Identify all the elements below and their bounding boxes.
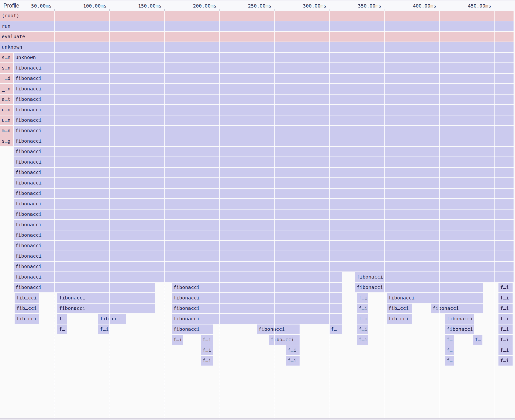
flame-frame[interactable]: fibonacci — [14, 199, 514, 209]
flame-frame[interactable]: fibonacci — [14, 136, 514, 146]
flame-frame[interactable]: fibonacci — [14, 283, 155, 292]
flame-frame[interactable]: fib…cci — [387, 314, 412, 324]
flame-frame[interactable]: s…n — [0, 53, 13, 62]
flame-frame[interactable]: fibonacci — [14, 147, 514, 157]
flame-frame[interactable]: f…i — [201, 345, 213, 355]
flame-frame[interactable]: f…i — [357, 335, 368, 345]
flame-frame[interactable]: fibonacci — [431, 304, 483, 313]
flame-frame[interactable]: fibonacci — [14, 63, 514, 73]
flame-frame[interactable]: f…i — [286, 345, 300, 355]
flame-frame[interactable]: fib…cci — [98, 314, 126, 324]
flame-frame[interactable]: f…i — [201, 335, 213, 345]
flame-frame[interactable]: fib…cci — [15, 304, 39, 313]
flame-frame[interactable]: f… — [445, 335, 454, 345]
flame-frame[interactable]: fibonacci — [14, 272, 342, 282]
flame-frame[interactable]: fibonacci — [172, 283, 342, 292]
tab-profile[interactable]: Profile — [3, 1, 19, 11]
flame-frame[interactable]: fibo…cci — [269, 335, 300, 345]
flame-frame[interactable]: fibonacci — [14, 251, 514, 261]
flame-frame[interactable]: (root) — [0, 11, 514, 21]
flame-frame[interactable]: fibonacci — [14, 189, 514, 198]
flame-frame[interactable]: fibonacci — [14, 115, 514, 125]
flame-frame[interactable]: f… — [445, 356, 454, 366]
flame-frame[interactable]: fibonacci — [14, 262, 514, 271]
flame-frame[interactable]: f…i — [498, 324, 513, 334]
flame-frame[interactable]: f…i — [498, 345, 513, 355]
flame-frame[interactable]: f…i — [498, 314, 513, 324]
flame-frame[interactable]: fibonacci — [257, 324, 300, 334]
frame-label: _…d — [2, 75, 10, 81]
flame-frame[interactable]: unknown — [0, 42, 514, 52]
flame-frame[interactable]: u…n — [0, 115, 13, 125]
flame-frame[interactable]: f… — [445, 345, 454, 355]
flame-frame[interactable]: fibonacci — [14, 74, 514, 83]
flame-frame[interactable]: m…n — [0, 126, 13, 136]
flame-frame[interactable]: u…n — [0, 105, 13, 115]
frame-label: f…i — [203, 358, 211, 363]
flame-frame[interactable]: fib…cci — [15, 314, 39, 324]
flame-frame[interactable]: fibonacci — [172, 293, 342, 303]
flame-frame[interactable]: fibonacci — [57, 304, 155, 313]
flame-frame[interactable]: evaluate — [0, 32, 514, 42]
frame-label: fibonacci — [173, 326, 200, 332]
flame-frame[interactable]: fibonacci — [14, 105, 514, 115]
flame-frame[interactable]: f… — [57, 324, 67, 334]
flame-frame[interactable]: fibonacci — [445, 324, 474, 334]
flame-frame[interactable]: fibonacci — [14, 126, 514, 136]
flame-frame[interactable]: f…i — [498, 304, 513, 313]
flame-frame[interactable]: unknown — [14, 53, 514, 62]
flame-frame[interactable]: fibonacci — [14, 220, 514, 230]
flame-frame[interactable]: f… — [57, 314, 67, 324]
flame-frame[interactable]: fibonacci — [14, 178, 514, 188]
flame-frame[interactable]: fibonacci — [445, 314, 474, 324]
flame-frame[interactable]: f…i — [498, 283, 513, 292]
flame-frame[interactable]: f…i — [498, 335, 513, 345]
flame-frame[interactable]: f… — [329, 324, 342, 334]
flame-frame[interactable]: fibonacci — [172, 314, 342, 324]
flame-frame[interactable]: f…i — [286, 356, 300, 366]
flame-frame[interactable]: f…i — [498, 356, 513, 366]
flame-frame[interactable]: s…n — [0, 63, 13, 73]
frame-label: fibonacci — [15, 274, 42, 280]
flame-frame[interactable]: fibonacci — [387, 293, 483, 303]
flame-frame[interactable]: s…g — [0, 136, 13, 146]
flame-frame[interactable]: f… — [473, 335, 482, 345]
frame-label: m…n — [2, 128, 10, 133]
flame-frame[interactable]: e…t — [0, 95, 13, 104]
flame-frame[interactable]: fibonacci — [57, 293, 155, 303]
flame-frame[interactable]: fibonacci — [14, 210, 514, 219]
flame-frame[interactable]: f…i — [357, 304, 368, 313]
flame-frame[interactable]: _…n — [0, 84, 13, 94]
flame-frame[interactable]: f…i — [172, 335, 183, 345]
flame-frame[interactable]: fibonacci — [14, 157, 514, 167]
flame-frame[interactable]: _…d — [0, 74, 13, 83]
flame-frame[interactable]: fibonacci — [14, 84, 514, 94]
frame-label: fibonacci — [15, 169, 42, 175]
time-tick-label: 150.00ms — [138, 1, 161, 11]
flame-frame[interactable]: fib…cci — [387, 304, 412, 313]
flame-frame[interactable]: fibonacci — [172, 304, 342, 313]
flame-frame[interactable]: f…i — [357, 314, 368, 324]
flame-frame[interactable]: f…i — [498, 293, 513, 303]
flame-frame[interactable]: f…i — [357, 324, 368, 334]
frame-label: fibonacci — [258, 326, 285, 332]
frame-label: f…i — [359, 316, 367, 322]
flame-frame[interactable]: fibonacci — [14, 168, 514, 177]
flame-frame[interactable]: fibonacci — [14, 241, 514, 251]
flame-frame[interactable]: fibonacci — [14, 230, 514, 240]
time-tick-mark — [219, 9, 220, 11]
flame-frame[interactable]: fibonacci — [172, 324, 213, 334]
flame-frame[interactable]: fib…cci — [15, 293, 39, 303]
time-tick-label: 250.00ms — [248, 1, 271, 11]
flame-frame[interactable]: f…i — [357, 293, 368, 303]
flame-frame[interactable]: f…i — [201, 356, 213, 366]
flame-frame[interactable]: fibonacci — [14, 95, 514, 104]
frame-label: f…i — [359, 295, 367, 301]
frame-label: f… — [447, 337, 453, 342]
flame-frame[interactable]: fibonacci — [355, 272, 514, 282]
flame-frame[interactable]: f…i — [98, 324, 109, 334]
flame-frame[interactable]: run — [0, 21, 514, 31]
flame-frame[interactable]: fibonacci — [355, 283, 483, 292]
frame-label: fibonacci — [59, 305, 85, 311]
time-ruler[interactable]: Profile 50.00ms100.00ms150.00ms200.00ms2… — [0, 0, 515, 11]
